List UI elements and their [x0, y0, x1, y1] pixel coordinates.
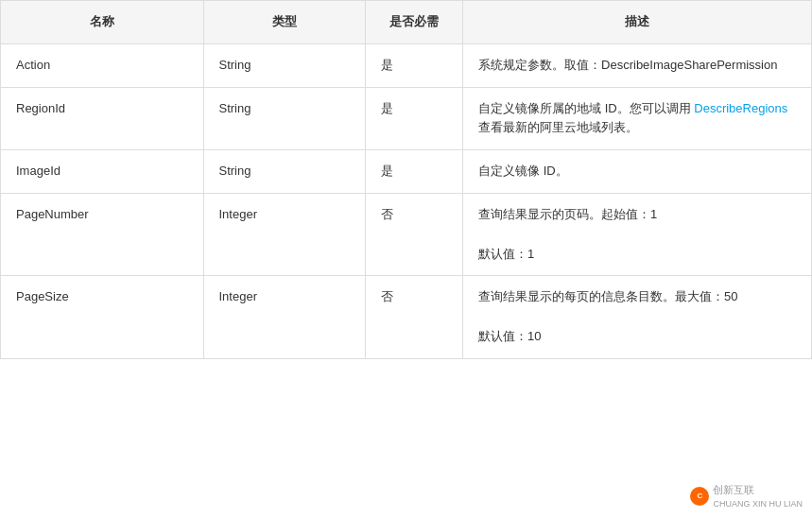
header-name: 名称 — [1, 1, 204, 44]
cell-description: 系统规定参数。取值：DescribeImageSharePermission — [463, 43, 812, 87]
header-required: 是否必需 — [366, 1, 463, 44]
params-table: 名称 类型 是否必需 描述 ActionString是系统规定参数。取值：Des… — [0, 0, 812, 359]
table-row: ActionString是系统规定参数。取值：DescribeImageShar… — [1, 43, 812, 87]
cell-required: 是 — [366, 87, 463, 150]
table-row: ImageIdString是自定义镜像 ID。 — [1, 150, 812, 194]
cell-name: PageNumber — [1, 193, 204, 275]
watermark: C 创新互联CHUANG XIN HU LIAN — [690, 483, 803, 509]
cell-required: 是 — [366, 43, 463, 87]
cell-name: RegionId — [1, 87, 204, 150]
cell-required: 是 — [366, 150, 463, 194]
cell-type: Integer — [203, 276, 366, 358]
cell-name: Action — [1, 43, 204, 87]
table-row: RegionIdString是自定义镜像所属的地域 ID。您可以调用 Descr… — [1, 87, 812, 150]
cell-description: 自定义镜像 ID。 — [463, 150, 812, 194]
cell-type: String — [203, 43, 366, 87]
cell-required: 否 — [366, 193, 463, 275]
table-row: PageSizeInteger否查询结果显示的每页的信息条目数。最大值：50默认… — [1, 276, 812, 358]
table-row: PageNumberInteger否查询结果显示的页码。起始值：1默认值：1 — [1, 193, 812, 275]
cell-required: 否 — [366, 276, 463, 358]
watermark-text: 创新互联CHUANG XIN HU LIAN — [713, 483, 803, 509]
header-type: 类型 — [203, 1, 366, 44]
cell-type: Integer — [203, 193, 366, 275]
describe-regions-link[interactable]: DescribeRegions — [694, 101, 787, 115]
cell-name: PageSize — [1, 276, 204, 358]
cell-name: ImageId — [1, 150, 204, 194]
header-description: 描述 — [463, 1, 812, 44]
cell-description: 查询结果显示的每页的信息条目数。最大值：50默认值：10 — [463, 276, 812, 358]
cell-description: 自定义镜像所属的地域 ID。您可以调用 DescribeRegions 查看最新… — [463, 87, 812, 150]
cell-type: String — [203, 150, 366, 194]
cell-type: String — [203, 87, 366, 150]
watermark-icon: C — [690, 487, 709, 506]
cell-description: 查询结果显示的页码。起始值：1默认值：1 — [463, 193, 812, 275]
